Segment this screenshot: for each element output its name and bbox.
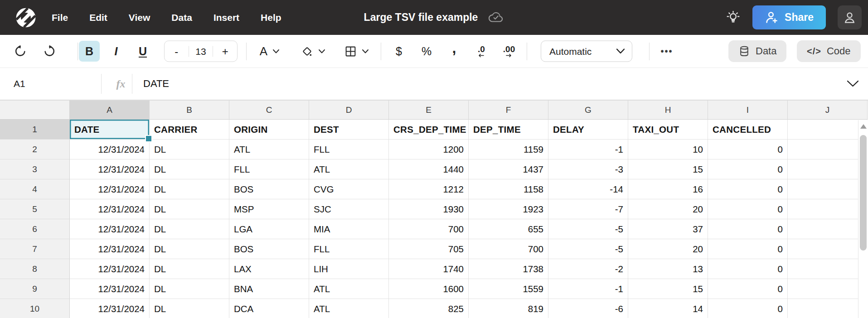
- fill-handle[interactable]: [145, 135, 152, 142]
- cell-B9[interactable]: DL: [150, 279, 229, 299]
- column-header-J[interactable]: J: [788, 101, 868, 120]
- cell-C6[interactable]: LGA: [229, 219, 309, 239]
- column-header-E[interactable]: E: [389, 101, 469, 120]
- cell-E1[interactable]: CRS_DEP_TIME: [389, 120, 469, 140]
- menu-data[interactable]: Data: [171, 12, 192, 23]
- cell-D2[interactable]: FLL: [309, 140, 389, 159]
- increase-decimals-button[interactable]: .00: [499, 41, 519, 62]
- scrollbar-thumb[interactable]: [860, 135, 867, 251]
- cell-I10[interactable]: 0: [708, 299, 788, 318]
- text-color-button[interactable]: A: [250, 41, 289, 62]
- cell-E9[interactable]: 1600: [389, 279, 469, 299]
- cell-A10[interactable]: 12/31/2024: [70, 299, 150, 318]
- cell-F10[interactable]: 819: [469, 299, 548, 318]
- currency-format-button[interactable]: $: [388, 41, 409, 62]
- underline-button[interactable]: U: [132, 41, 153, 62]
- cell-B1[interactable]: CARRIER: [150, 120, 229, 140]
- decrease-decimals-button[interactable]: .0: [471, 41, 492, 62]
- row-header-6[interactable]: 6: [0, 219, 70, 239]
- cell-I8[interactable]: 0: [708, 259, 788, 279]
- cell-C8[interactable]: LAX: [229, 259, 309, 279]
- cell-H8[interactable]: 13: [628, 259, 708, 279]
- cell-J5[interactable]: [788, 199, 868, 219]
- tips-button[interactable]: [726, 10, 741, 25]
- cell-I9[interactable]: 0: [708, 279, 788, 299]
- column-header-I[interactable]: I: [708, 101, 788, 120]
- cell-J6[interactable]: [788, 219, 868, 239]
- cell-F9[interactable]: 1559: [469, 279, 548, 299]
- cell-F2[interactable]: 1159: [469, 140, 548, 159]
- cell-C7[interactable]: BOS: [229, 239, 309, 259]
- cell-I4[interactable]: 0: [708, 179, 788, 199]
- cell-E8[interactable]: 1740: [389, 259, 469, 279]
- share-button[interactable]: Share: [752, 5, 826, 29]
- cell-A6[interactable]: 12/31/2024: [70, 219, 150, 239]
- comma-format-button[interactable]: ,: [444, 41, 465, 62]
- column-header-F[interactable]: F: [469, 101, 548, 120]
- formula-input[interactable]: DATE: [143, 68, 169, 100]
- menu-help[interactable]: Help: [261, 12, 281, 23]
- cell-J9[interactable]: [788, 279, 868, 299]
- vertical-scrollbar[interactable]: [858, 120, 868, 318]
- column-header-A[interactable]: A: [70, 101, 150, 120]
- cell-C10[interactable]: DCA: [229, 299, 309, 318]
- cell-F7[interactable]: 700: [469, 239, 548, 259]
- cell-G8[interactable]: -2: [548, 259, 628, 279]
- cell-D3[interactable]: ATL: [309, 159, 389, 179]
- column-header-D[interactable]: D: [309, 101, 389, 120]
- number-format-select[interactable]: Automatic: [541, 41, 632, 62]
- cell-D8[interactable]: LIH: [309, 259, 389, 279]
- cell-F3[interactable]: 1437: [469, 159, 548, 179]
- cell-D1[interactable]: DEST: [309, 120, 389, 140]
- cell-A8[interactable]: 12/31/2024: [70, 259, 150, 279]
- cell-C2[interactable]: ATL: [229, 140, 309, 159]
- cell-H10[interactable]: 14: [628, 299, 708, 318]
- cell-F4[interactable]: 1158: [469, 179, 548, 199]
- cell-A2[interactable]: 12/31/2024: [70, 140, 150, 159]
- cell-G7[interactable]: -5: [548, 239, 628, 259]
- scroll-up-arrow-icon[interactable]: [860, 124, 867, 129]
- code-panel-button[interactable]: </> Code: [797, 40, 861, 62]
- italic-button[interactable]: I: [106, 41, 126, 62]
- row-header-3[interactable]: 3: [0, 159, 70, 179]
- cell-F8[interactable]: 1738: [469, 259, 548, 279]
- cell-I1[interactable]: CANCELLED: [708, 120, 788, 140]
- cell-E5[interactable]: 1930: [389, 199, 469, 219]
- cell-H2[interactable]: 10: [628, 140, 708, 159]
- redo-button[interactable]: [39, 41, 60, 62]
- cell-E4[interactable]: 1212: [389, 179, 469, 199]
- account-button[interactable]: [838, 5, 862, 29]
- cell-J7[interactable]: [788, 239, 868, 259]
- cell-C5[interactable]: MSP: [229, 199, 309, 219]
- cell-D4[interactable]: CVG: [309, 179, 389, 199]
- cell-J10[interactable]: [788, 299, 868, 318]
- column-header-C[interactable]: C: [229, 101, 309, 120]
- column-header-B[interactable]: B: [150, 101, 229, 120]
- row-header-7[interactable]: 7: [0, 239, 70, 259]
- font-size-decrease-button[interactable]: -: [165, 45, 189, 58]
- column-header-H[interactable]: H: [628, 101, 708, 120]
- row-header-8[interactable]: 8: [0, 259, 70, 279]
- cell-A4[interactable]: 12/31/2024: [70, 179, 150, 199]
- cell-G5[interactable]: -7: [548, 199, 628, 219]
- cell-I5[interactable]: 0: [708, 199, 788, 219]
- cell-D10[interactable]: ATL: [309, 299, 389, 318]
- cell-G9[interactable]: -1: [548, 279, 628, 299]
- cell-C3[interactable]: FLL: [229, 159, 309, 179]
- cell-G6[interactable]: -5: [548, 219, 628, 239]
- cell-B7[interactable]: DL: [150, 239, 229, 259]
- cell-reference-box[interactable]: A1: [14, 68, 25, 100]
- row-header-9[interactable]: 9: [0, 279, 70, 299]
- cell-H7[interactable]: 20: [628, 239, 708, 259]
- cell-I6[interactable]: 0: [708, 219, 788, 239]
- cell-B8[interactable]: DL: [150, 259, 229, 279]
- app-logo[interactable]: [15, 6, 37, 29]
- percent-format-button[interactable]: %: [416, 41, 437, 62]
- font-size-increase-button[interactable]: +: [213, 45, 237, 58]
- font-size-value[interactable]: 13: [189, 46, 213, 57]
- menu-insert[interactable]: Insert: [213, 12, 239, 23]
- cell-A9[interactable]: 12/31/2024: [70, 279, 150, 299]
- cell-H4[interactable]: 16: [628, 179, 708, 199]
- cell-F5[interactable]: 1923: [469, 199, 548, 219]
- cell-H5[interactable]: 20: [628, 199, 708, 219]
